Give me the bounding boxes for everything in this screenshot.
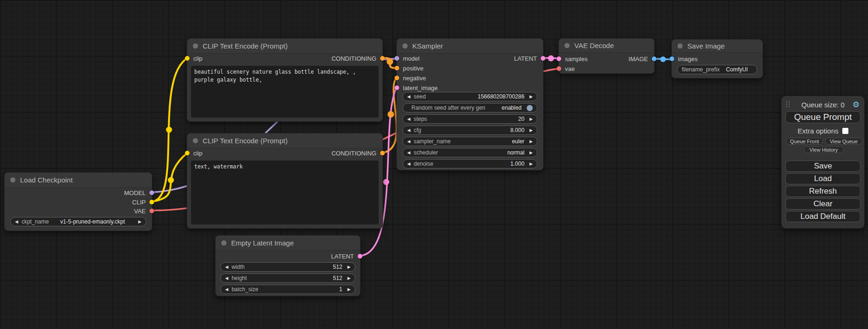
queue-panel[interactable]: Queue size: 0 ⚙ Queue Prompt Extra optio… xyxy=(781,96,865,229)
collapse-dot-icon[interactable] xyxy=(193,138,198,143)
seed-widget[interactable]: ◀ seed 156680208700286 ▶ xyxy=(402,92,537,101)
widget-value[interactable]: 1.000 xyxy=(437,161,526,167)
decrement-arrow-icon[interactable]: ◀ xyxy=(407,161,410,166)
decrement-arrow-icon[interactable]: ◀ xyxy=(407,150,410,155)
increment-arrow-icon[interactable]: ▶ xyxy=(138,219,141,224)
node-clip-text-encode-positive[interactable]: CLIP Text Encode (Prompt) clip CONDITION… xyxy=(187,38,383,122)
input-images[interactable]: images xyxy=(670,54,698,63)
increment-arrow-icon[interactable]: ▶ xyxy=(529,139,533,144)
node-empty-latent-image[interactable]: Empty Latent Image LATENT ◀ width 512 ▶ … xyxy=(215,235,360,296)
image-output-port[interactable] xyxy=(652,56,656,61)
node-title-bar[interactable]: Save Image xyxy=(672,40,762,53)
increment-arrow-icon[interactable]: ▶ xyxy=(347,287,351,292)
node-ksampler[interactable]: KSampler LATENT model positive negative … xyxy=(396,38,543,170)
node-save-image[interactable]: Save Image images filename_prefix ComfyU… xyxy=(671,39,763,78)
output-clip[interactable]: CLIP xyxy=(132,197,154,207)
collapse-dot-icon[interactable] xyxy=(565,43,570,48)
image-input-port[interactable] xyxy=(670,56,674,61)
increment-arrow-icon[interactable]: ▶ xyxy=(529,161,533,166)
node-load-checkpoint[interactable]: Load Checkpoint MODEL CLIP VAE ◀ ckpt_na… xyxy=(4,172,152,231)
queue-front-button[interactable]: Queue Front xyxy=(786,138,823,145)
node-title-bar[interactable]: KSampler xyxy=(397,39,543,54)
node-title-bar[interactable]: CLIP Text Encode (Prompt) xyxy=(187,39,382,54)
clip-output-port[interactable] xyxy=(149,200,154,204)
decrement-arrow-icon[interactable]: ◀ xyxy=(407,128,410,133)
height-widget[interactable]: ◀ height 512 ▶ xyxy=(220,273,355,283)
conditioning-output-port[interactable] xyxy=(380,151,385,155)
input-negative[interactable]: negative xyxy=(395,73,426,83)
random-seed-toggle[interactable]: Random seed after every gen enabled xyxy=(402,103,537,112)
decrement-arrow-icon[interactable]: ◀ xyxy=(225,287,228,292)
node-clip-text-encode-negative[interactable]: CLIP Text Encode (Prompt) clip CONDITION… xyxy=(187,133,383,229)
model-output-port[interactable] xyxy=(149,190,154,195)
prompt-textarea[interactable]: beautiful scenery nature glass bottle la… xyxy=(191,66,379,118)
load-button[interactable]: Load xyxy=(785,173,861,184)
increment-arrow-icon[interactable]: ▶ xyxy=(347,276,351,280)
vae-input-port[interactable] xyxy=(557,66,561,71)
node-title-bar[interactable]: CLIP Text Encode (Prompt) xyxy=(187,133,382,148)
prompt-textarea[interactable]: text, watermark xyxy=(191,161,379,224)
widget-value[interactable]: enabled xyxy=(488,105,523,111)
collapse-dot-icon[interactable] xyxy=(10,177,15,182)
vae-output-port[interactable] xyxy=(149,209,154,213)
widget-value[interactable]: 1 xyxy=(261,286,344,293)
increment-arrow-icon[interactable]: ▶ xyxy=(529,117,533,121)
decrement-arrow-icon[interactable]: ◀ xyxy=(225,265,228,269)
cfg-widget[interactable]: ◀ cfg 8.000 ▶ xyxy=(402,126,537,135)
settings-gear-icon[interactable]: ⚙ xyxy=(853,100,860,110)
widget-value[interactable]: 20 xyxy=(430,116,526,122)
conditioning-input-port[interactable] xyxy=(395,76,399,80)
increment-arrow-icon[interactable]: ▶ xyxy=(529,128,533,133)
decrement-arrow-icon[interactable]: ◀ xyxy=(225,276,228,280)
view-history-button[interactable]: View History xyxy=(804,146,844,153)
input-samples[interactable]: samples xyxy=(557,54,587,63)
increment-arrow-icon[interactable]: ▶ xyxy=(529,94,533,99)
output-model[interactable]: MODEL xyxy=(124,188,154,197)
decrement-arrow-icon[interactable]: ◀ xyxy=(407,117,410,121)
input-model[interactable]: model xyxy=(395,54,419,63)
scheduler-widget[interactable]: ◀ scheduler normal ▶ xyxy=(402,148,537,157)
save-button[interactable]: Save xyxy=(785,161,861,172)
collapse-dot-icon[interactable] xyxy=(677,43,683,49)
input-positive[interactable]: positive xyxy=(395,63,423,73)
collapse-dot-icon[interactable] xyxy=(193,43,198,49)
clear-button[interactable]: Clear xyxy=(785,198,861,210)
increment-arrow-icon[interactable]: ▶ xyxy=(347,265,351,269)
collapse-dot-icon[interactable] xyxy=(402,43,408,49)
output-latent[interactable]: LATENT xyxy=(331,252,362,261)
widget-value[interactable]: normal xyxy=(441,149,526,156)
widget-value[interactable]: v1-5-pruned-emaonly.ckpt xyxy=(52,218,135,225)
queue-prompt-button[interactable]: Queue Prompt xyxy=(785,111,861,123)
widget-value[interactable]: euler xyxy=(454,138,526,145)
latent-output-port[interactable] xyxy=(358,254,362,259)
width-widget[interactable]: ◀ width 512 ▶ xyxy=(220,262,355,272)
widget-value[interactable]: 156680208700286 xyxy=(429,93,526,100)
filename-prefix-widget[interactable]: filename_prefix ComfyUI xyxy=(677,65,757,74)
extra-options-checkbox[interactable] xyxy=(842,128,848,134)
denoise-widget[interactable]: ◀ denoise 1.000 ▶ xyxy=(402,159,537,168)
node-title-bar[interactable]: Empty Latent Image xyxy=(216,236,360,251)
latent-input-port[interactable] xyxy=(557,56,561,61)
output-vae[interactable]: VAE xyxy=(134,206,154,216)
latent-input-port[interactable] xyxy=(395,85,399,90)
sampler-name-widget[interactable]: ◀ sampler_name euler ▶ xyxy=(402,137,537,146)
node-title-bar[interactable]: VAE Decode xyxy=(559,39,654,53)
clip-input-port[interactable] xyxy=(185,151,190,155)
steps-widget[interactable]: ◀ steps 20 ▶ xyxy=(402,114,537,124)
output-image[interactable]: IMAGE xyxy=(628,54,656,63)
decrement-arrow-icon[interactable]: ◀ xyxy=(15,219,18,224)
node-vae-decode[interactable]: VAE Decode samples vae IMAGE xyxy=(558,38,655,74)
node-title-bar[interactable]: Load Checkpoint xyxy=(5,173,152,188)
increment-arrow-icon[interactable]: ▶ xyxy=(529,150,533,155)
widget-value[interactable]: ComfyUI xyxy=(723,66,753,73)
widget-value[interactable]: 8.000 xyxy=(424,127,526,133)
collapse-dot-icon[interactable] xyxy=(221,240,226,245)
widget-value[interactable]: 512 xyxy=(250,275,344,281)
output-conditioning[interactable]: CONDITIONING xyxy=(332,148,385,158)
output-conditioning[interactable]: CONDITIONING xyxy=(332,54,385,63)
input-latent-image[interactable]: latent_image xyxy=(395,83,438,92)
view-queue-button[interactable]: View Queue xyxy=(825,138,862,145)
ckpt-name-widget[interactable]: ◀ ckpt_name v1-5-pruned-emaonly.ckpt ▶ xyxy=(10,217,146,226)
batch-size-widget[interactable]: ◀ batch_size 1 ▶ xyxy=(220,285,355,294)
toggle-indicator-icon[interactable] xyxy=(527,105,533,111)
